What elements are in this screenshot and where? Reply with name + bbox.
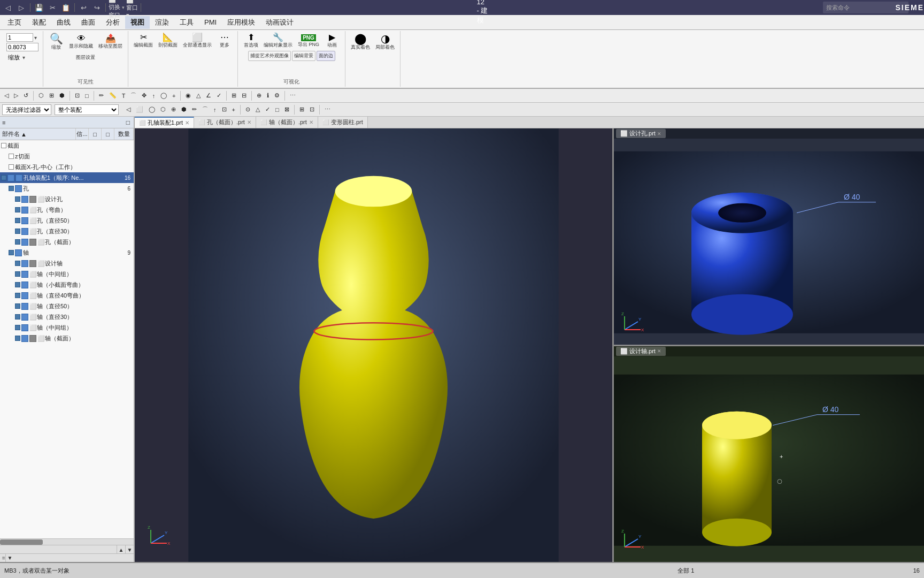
assembly-filter-dropdown[interactable]: 整个装配 [55, 104, 119, 115]
filter-btn3[interactable]: ◯ [147, 105, 157, 113]
stb-more[interactable]: ⋯ [288, 92, 298, 100]
window-button2[interactable]: ⬜ 窗口▾ [126, 2, 138, 13]
filter-btn1[interactable]: ◁ [124, 105, 133, 113]
cb-axis-d30[interactable] [15, 314, 20, 320]
select-button[interactable]: ⬆ 首选项 [241, 32, 260, 50]
stb-orient[interactable]: ⊡ [73, 92, 82, 100]
vp-tab-design-axis[interactable]: ⬜ 设计轴.prt ✕ [616, 347, 666, 356]
real-shading-button[interactable]: ⬤ 真实着色 [349, 32, 372, 52]
copy-button[interactable]: 📋 [60, 2, 72, 13]
filter-btn18[interactable]: ⊡ [307, 105, 317, 113]
more-button[interactable]: ⋯ 更多 [215, 32, 234, 50]
menu-view[interactable]: 视图 [125, 16, 150, 29]
tree-item-section[interactable]: 截面 [0, 140, 134, 151]
stb-zoom-fit[interactable]: ⊞ [47, 92, 56, 100]
capture-art-button[interactable]: 捕捉艺术外观图像 [248, 51, 291, 61]
tree-item-axis-center[interactable]: 截面X-孔-中心（工作） [0, 162, 134, 172]
filter-btn4[interactable]: ⬡ [158, 105, 168, 113]
left-panel-scrollbar[interactable] [0, 538, 134, 545]
panel-collapse-up[interactable]: ▲ [117, 545, 125, 554]
stb-text[interactable]: T [120, 92, 128, 100]
switch-window-button[interactable]: ⬜ 切换窗口 [109, 2, 120, 13]
filter-btn7[interactable]: ✏ [190, 105, 199, 113]
edit-section-button[interactable]: ✂ 编辑截面 [132, 32, 155, 50]
undo-button[interactable]: ↩ [78, 2, 89, 13]
filter-btn12[interactable]: ⊙ [243, 105, 252, 113]
show-hide-button[interactable]: 👁 显示和隐藏 [67, 33, 95, 51]
tab-hole[interactable]: ⬜ 孔（截面）.prt ✕ [194, 117, 256, 128]
stb-forward[interactable]: ▷ [12, 92, 20, 100]
zoom-input[interactable] [6, 33, 33, 42]
tab-hole-close[interactable]: ✕ [247, 119, 251, 125]
menu-render[interactable]: 渲染 [150, 16, 174, 29]
menu-curve[interactable]: 曲线 [51, 16, 76, 29]
stb-plus[interactable]: + [170, 92, 178, 100]
tree-item-axis-d50[interactable]: ⬜轴（直径50） [0, 301, 134, 311]
export-png-button[interactable]: PNG 导出 PNG [296, 33, 321, 49]
tree-item-axis-mid[interactable]: ⬜轴（中间组） [0, 269, 134, 279]
tree-item-axis-section[interactable]: ⬜轴（截面） [0, 333, 134, 344]
filter-btn16[interactable]: ⊠ [282, 105, 291, 113]
tree-item-axis-mid2[interactable]: ⬜轴（中间组） [0, 322, 134, 333]
menu-tools[interactable]: 工具 [174, 16, 199, 29]
cb-hole-d50[interactable] [15, 218, 20, 223]
local-shading-button[interactable]: ◑ 局部着色 [373, 32, 397, 52]
viewport-left[interactable]: Y X Z [135, 128, 614, 562]
menu-surface[interactable]: 曲面 [76, 16, 101, 29]
cb-axis-section[interactable] [15, 336, 20, 341]
filter-btn5[interactable]: ⊕ [169, 105, 178, 113]
stb-view[interactable]: □ [83, 92, 91, 100]
filter-btn13[interactable]: △ [253, 105, 262, 113]
vp-tab-design-hole[interactable]: ⬜ 设计孔.prt ✕ [616, 129, 666, 138]
tree-item-axis-d30[interactable]: ⬜轴（直径30） [0, 311, 134, 322]
stb-3d[interactable]: ⬢ [57, 92, 67, 100]
edit-bg-button[interactable]: 编辑背景 [292, 51, 315, 61]
tab-assembly[interactable]: ⬜ 孔轴装配1.prt ✕ [135, 117, 194, 128]
cb-design-hole[interactable] [15, 196, 20, 202]
stb-angle[interactable]: ∠ [204, 92, 213, 100]
cb-hole-d30[interactable] [15, 229, 20, 234]
tree-item-hole-d30[interactable]: ⬜孔（直径30） [0, 226, 134, 237]
menu-modules[interactable]: 应用模块 [222, 16, 260, 29]
cb-design-axis[interactable] [15, 261, 20, 266]
tab-axis-close[interactable]: ✕ [309, 119, 313, 125]
cb-axis-mid[interactable] [15, 271, 20, 277]
tree-item-hole-d50[interactable]: ⬜孔（直径50） [0, 215, 134, 226]
sort-icon[interactable]: ▲ [21, 131, 27, 138]
zoom-value-input[interactable] [6, 43, 38, 51]
cb-assembly1[interactable] [1, 175, 6, 180]
clip-section-button[interactable]: 📐 剖切截面 [156, 32, 180, 50]
face-edge-button[interactable]: 面的边 [317, 51, 335, 61]
window-dropdown[interactable]: ▾ [122, 5, 125, 10]
filter-more[interactable]: ⋯ [322, 105, 333, 113]
stb-ruler[interactable]: 📏 [107, 92, 119, 100]
filter-btn9[interactable]: ↑ [211, 106, 219, 113]
stb-check[interactable]: ✓ [214, 92, 224, 100]
tab-deformed[interactable]: ⬜ 变形圆柱.prt [318, 117, 368, 128]
cb-axis-center[interactable] [9, 164, 14, 170]
viewport-right-bottom[interactable]: ⬜ 设计轴.prt ✕ [614, 346, 924, 562]
cb-hole-group[interactable] [9, 186, 14, 191]
redo-button[interactable]: ↪ [91, 2, 103, 13]
filter-btn11[interactable]: + [230, 106, 237, 113]
zoom-dropdown[interactable]: 缩放 [6, 52, 21, 63]
stb-pen[interactable]: ✏ [97, 92, 106, 100]
filter-btn14[interactable]: ✓ [263, 105, 272, 113]
menu-home[interactable]: 主页 [2, 16, 27, 29]
show-all-button[interactable]: ⬜ 全部通透显示 [181, 32, 214, 50]
forward-button[interactable]: ▷ [16, 2, 27, 13]
filter-btn10[interactable]: ⊡ [220, 105, 229, 113]
stb-back[interactable]: ◁ [2, 92, 11, 100]
panel-scroll-arrow[interactable]: ▼ [5, 554, 14, 562]
stb-table[interactable]: ⊞ [229, 92, 238, 100]
save-button[interactable]: 💾 [33, 2, 45, 13]
panel-close-btn[interactable]: □ [125, 119, 132, 126]
cb-hole-curve[interactable] [15, 207, 20, 212]
zoom-fit-button[interactable]: 🔍 缩放 [47, 32, 66, 52]
cb-axis-group[interactable] [9, 250, 14, 255]
cb-hole-section[interactable] [15, 239, 20, 245]
cb-axis-d50[interactable] [15, 303, 20, 309]
menu-pmi[interactable]: PMI [199, 17, 222, 28]
menu-analysis[interactable]: 分析 [101, 16, 125, 29]
stb-measure[interactable]: △ [194, 92, 203, 100]
